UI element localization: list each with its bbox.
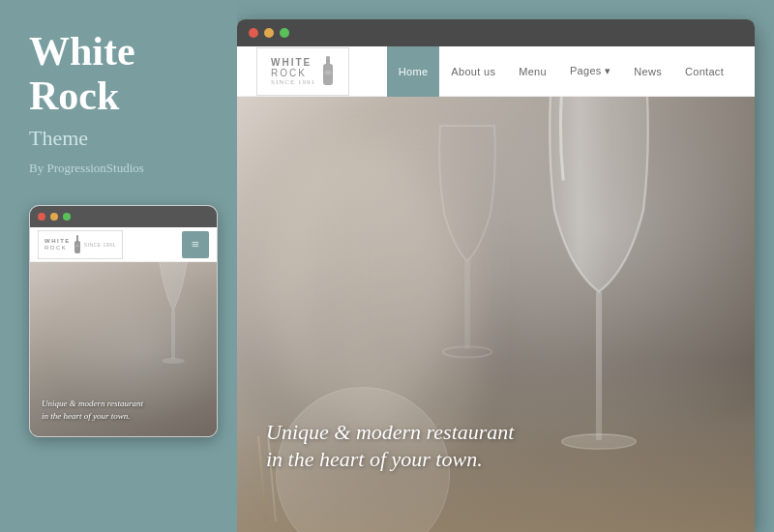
nav-item-menu[interactable]: Menu <box>507 46 558 97</box>
nav-item-pages[interactable]: Pages ▾ <box>558 46 622 97</box>
mobile-logo-text1: WHITE <box>45 238 71 245</box>
desktop-hero-main-text: Unique & modern restaurant in the heart … <box>266 419 514 474</box>
mobile-dot-green <box>63 213 71 221</box>
mobile-logo-since: SINCE 1991 <box>84 242 116 248</box>
mobile-hero: Unique & modern restaurant in the heart … <box>30 262 217 436</box>
mobile-logo: WHITE ROCK SINCE 1991 <box>38 230 123 259</box>
desktop-logo: WHITE ROCK SINCE 1991 <box>256 47 349 96</box>
svg-rect-10 <box>464 261 470 349</box>
desktop-logo-line2: ROCK <box>271 68 315 78</box>
desktop-logo-line1: WHITE <box>271 57 315 68</box>
svg-rect-5 <box>326 56 330 65</box>
desktop-nav-links: Home About us Menu Pages ▾ News Contact <box>387 46 735 97</box>
mobile-nav: WHITE ROCK SINCE 1991 ≡ <box>30 227 217 262</box>
mobile-wine-glass <box>149 262 197 388</box>
theme-author: By ProgressionStudios <box>29 161 208 176</box>
desktop-dot-green <box>280 28 289 38</box>
nav-item-contact[interactable]: Contact <box>673 46 735 97</box>
mobile-preview: WHITE ROCK SINCE 1991 ≡ <box>29 205 218 437</box>
mobile-dot-yellow <box>50 213 58 221</box>
left-panel: White Rock Theme By ProgressionStudios W… <box>0 0 237 532</box>
svg-point-4 <box>162 358 185 364</box>
desktop-hero-text: Unique & modern restaurant in the heart … <box>266 419 514 474</box>
nav-item-news[interactable]: News <box>622 46 673 97</box>
theme-title: White Rock <box>29 29 208 118</box>
mobile-bottle-icon <box>74 235 81 254</box>
mobile-hamburger-button[interactable]: ≡ <box>182 231 209 258</box>
mobile-titlebar <box>30 206 217 227</box>
theme-subtitle: Theme <box>29 126 208 151</box>
desktop-nav: WHITE ROCK SINCE 1991 Home About us Menu… <box>237 46 755 97</box>
desktop-titlebar <box>237 19 755 46</box>
svg-rect-3 <box>171 310 175 359</box>
desktop-dot-red <box>249 28 258 38</box>
mobile-hero-overlay: Unique & modern restaurant in the heart … <box>30 383 217 436</box>
mobile-hero-text: Unique & modern restaurant in the heart … <box>42 398 205 422</box>
mobile-dot-red <box>38 213 45 221</box>
nav-item-about[interactable]: About us <box>439 46 507 97</box>
desktop-logo-since: SINCE 1991 <box>271 78 315 86</box>
desktop-logo-text: WHITE ROCK SINCE 1991 <box>271 57 315 86</box>
desktop-wine-glass-2 <box>433 119 501 390</box>
svg-point-7 <box>324 70 331 74</box>
desktop-preview: WHITE ROCK SINCE 1991 Home About us Menu… <box>237 19 755 532</box>
desktop-bottle-icon <box>321 56 335 87</box>
svg-rect-0 <box>76 235 78 242</box>
desktop-hero: Unique & modern restaurant in the heart … <box>237 97 755 532</box>
desktop-dot-yellow <box>264 28 274 38</box>
mobile-logo-text2: ROCK <box>45 245 71 251</box>
nav-item-home[interactable]: Home <box>387 46 440 97</box>
svg-point-2 <box>75 244 79 247</box>
